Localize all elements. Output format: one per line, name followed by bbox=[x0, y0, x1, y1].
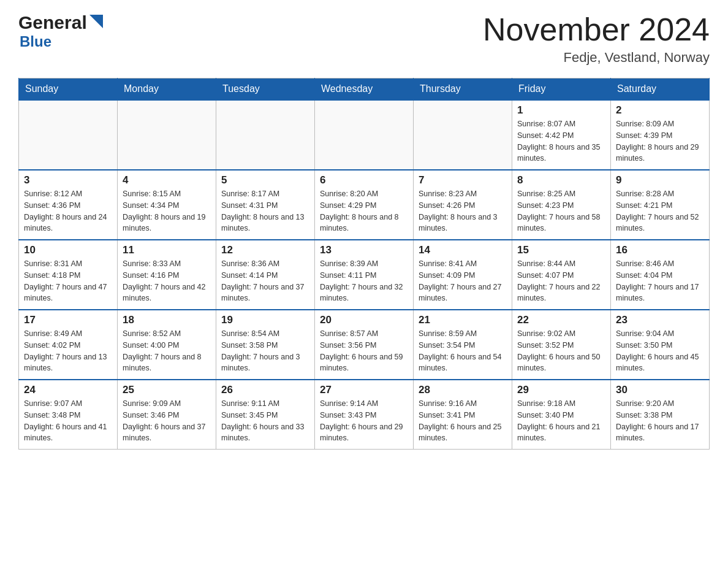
calendar-cell-w1-d4 bbox=[414, 100, 512, 170]
calendar-cell-w5-d3: 27Sunrise: 9:14 AMSunset: 3:43 PMDayligh… bbox=[315, 380, 414, 450]
day-number: 30 bbox=[616, 384, 704, 396]
day-info: Sunrise: 8:52 AMSunset: 4:00 PMDaylight:… bbox=[123, 328, 211, 374]
calendar-week-3: 10Sunrise: 8:31 AMSunset: 4:18 PMDayligh… bbox=[19, 240, 710, 310]
header-monday: Monday bbox=[118, 79, 216, 101]
calendar-cell-w5-d5: 29Sunrise: 9:18 AMSunset: 3:40 PMDayligh… bbox=[512, 380, 611, 450]
day-info: Sunrise: 9:20 AMSunset: 3:38 PMDaylight:… bbox=[616, 398, 704, 444]
day-number: 7 bbox=[419, 174, 507, 186]
logo: General Blue bbox=[18, 12, 103, 50]
day-number: 21 bbox=[419, 314, 507, 326]
day-number: 25 bbox=[123, 384, 211, 396]
header-friday: Friday bbox=[512, 79, 611, 101]
calendar-cell-w5-d4: 28Sunrise: 9:16 AMSunset: 3:41 PMDayligh… bbox=[414, 380, 512, 450]
calendar-cell-w5-d1: 25Sunrise: 9:09 AMSunset: 3:46 PMDayligh… bbox=[118, 380, 216, 450]
day-number: 5 bbox=[221, 174, 309, 186]
day-number: 9 bbox=[616, 174, 704, 186]
day-number: 1 bbox=[517, 104, 605, 117]
calendar-cell-w1-d0 bbox=[19, 100, 118, 170]
day-info: Sunrise: 9:11 AMSunset: 3:45 PMDaylight:… bbox=[221, 398, 309, 444]
day-info: Sunrise: 8:36 AMSunset: 4:14 PMDaylight:… bbox=[221, 258, 309, 304]
day-info: Sunrise: 8:46 AMSunset: 4:04 PMDaylight:… bbox=[616, 258, 704, 304]
day-number: 8 bbox=[517, 174, 605, 186]
day-number: 24 bbox=[24, 384, 112, 396]
day-info: Sunrise: 8:15 AMSunset: 4:34 PMDaylight:… bbox=[123, 188, 211, 234]
calendar-cell-w1-d5: 1Sunrise: 8:07 AMSunset: 4:42 PMDaylight… bbox=[512, 100, 611, 170]
day-info: Sunrise: 8:44 AMSunset: 4:07 PMDaylight:… bbox=[517, 258, 605, 304]
header-saturday: Saturday bbox=[611, 79, 710, 101]
calendar-cell-w2-d5: 8Sunrise: 8:25 AMSunset: 4:23 PMDaylight… bbox=[512, 170, 611, 240]
day-number: 11 bbox=[123, 244, 211, 256]
day-info: Sunrise: 8:23 AMSunset: 4:26 PMDaylight:… bbox=[419, 188, 507, 234]
calendar-cell-w3-d3: 13Sunrise: 8:39 AMSunset: 4:11 PMDayligh… bbox=[315, 240, 414, 310]
day-number: 19 bbox=[221, 314, 309, 326]
calendar-cell-w5-d0: 24Sunrise: 9:07 AMSunset: 3:48 PMDayligh… bbox=[19, 380, 118, 450]
day-number: 2 bbox=[616, 104, 704, 117]
day-number: 27 bbox=[320, 384, 408, 396]
calendar-cell-w3-d4: 14Sunrise: 8:41 AMSunset: 4:09 PMDayligh… bbox=[414, 240, 512, 310]
day-info: Sunrise: 9:18 AMSunset: 3:40 PMDaylight:… bbox=[517, 398, 605, 444]
calendar-header-row: Sunday Monday Tuesday Wednesday Thursday… bbox=[19, 79, 710, 101]
calendar-cell-w5-d2: 26Sunrise: 9:11 AMSunset: 3:45 PMDayligh… bbox=[216, 380, 315, 450]
day-info: Sunrise: 8:59 AMSunset: 3:54 PMDaylight:… bbox=[419, 328, 507, 374]
calendar-cell-w4-d4: 21Sunrise: 8:59 AMSunset: 3:54 PMDayligh… bbox=[414, 310, 512, 380]
calendar-week-4: 17Sunrise: 8:49 AMSunset: 4:02 PMDayligh… bbox=[19, 310, 710, 380]
calendar-cell-w2-d6: 9Sunrise: 8:28 AMSunset: 4:21 PMDaylight… bbox=[611, 170, 710, 240]
day-info: Sunrise: 8:39 AMSunset: 4:11 PMDaylight:… bbox=[320, 258, 408, 304]
day-info: Sunrise: 8:17 AMSunset: 4:31 PMDaylight:… bbox=[221, 188, 309, 234]
calendar-cell-w4-d6: 23Sunrise: 9:04 AMSunset: 3:50 PMDayligh… bbox=[611, 310, 710, 380]
day-info: Sunrise: 8:41 AMSunset: 4:09 PMDaylight:… bbox=[419, 258, 507, 304]
day-info: Sunrise: 8:12 AMSunset: 4:36 PMDaylight:… bbox=[24, 188, 112, 234]
calendar-cell-w2-d3: 6Sunrise: 8:20 AMSunset: 4:29 PMDaylight… bbox=[315, 170, 414, 240]
calendar-cell-w3-d1: 11Sunrise: 8:33 AMSunset: 4:16 PMDayligh… bbox=[118, 240, 216, 310]
location-title: Fedje, Vestland, Norway bbox=[483, 50, 710, 66]
title-area: November 2024 Fedje, Vestland, Norway bbox=[483, 12, 710, 66]
calendar-cell-w4-d2: 19Sunrise: 8:54 AMSunset: 3:58 PMDayligh… bbox=[216, 310, 315, 380]
day-number: 12 bbox=[221, 244, 309, 256]
day-info: Sunrise: 8:09 AMSunset: 4:39 PMDaylight:… bbox=[616, 118, 704, 164]
header-tuesday: Tuesday bbox=[216, 79, 315, 101]
day-info: Sunrise: 8:20 AMSunset: 4:29 PMDaylight:… bbox=[320, 188, 408, 234]
calendar-week-1: 1Sunrise: 8:07 AMSunset: 4:42 PMDaylight… bbox=[19, 100, 710, 170]
calendar-cell-w2-d1: 4Sunrise: 8:15 AMSunset: 4:34 PMDaylight… bbox=[118, 170, 216, 240]
calendar-cell-w3-d2: 12Sunrise: 8:36 AMSunset: 4:14 PMDayligh… bbox=[216, 240, 315, 310]
day-number: 3 bbox=[24, 174, 112, 186]
day-number: 29 bbox=[517, 384, 605, 396]
logo-name-part1: General bbox=[18, 12, 87, 33]
day-info: Sunrise: 9:04 AMSunset: 3:50 PMDaylight:… bbox=[616, 328, 704, 374]
header-wednesday: Wednesday bbox=[315, 79, 414, 101]
calendar-cell-w2-d0: 3Sunrise: 8:12 AMSunset: 4:36 PMDaylight… bbox=[19, 170, 118, 240]
calendar-cell-w1-d1 bbox=[118, 100, 216, 170]
day-number: 20 bbox=[320, 314, 408, 326]
calendar-cell-w2-d4: 7Sunrise: 8:23 AMSunset: 4:26 PMDaylight… bbox=[414, 170, 512, 240]
day-info: Sunrise: 8:25 AMSunset: 4:23 PMDaylight:… bbox=[517, 188, 605, 234]
logo-name-part2: Blue bbox=[20, 33, 51, 50]
calendar-cell-w5-d6: 30Sunrise: 9:20 AMSunset: 3:38 PMDayligh… bbox=[611, 380, 710, 450]
day-info: Sunrise: 9:09 AMSunset: 3:46 PMDaylight:… bbox=[123, 398, 211, 444]
page-header: General Blue November 2024 Fedje, Vestla… bbox=[18, 12, 710, 66]
day-number: 16 bbox=[616, 244, 704, 256]
calendar-cell-w2-d2: 5Sunrise: 8:17 AMSunset: 4:31 PMDaylight… bbox=[216, 170, 315, 240]
day-number: 14 bbox=[419, 244, 507, 256]
day-info: Sunrise: 8:54 AMSunset: 3:58 PMDaylight:… bbox=[221, 328, 309, 374]
day-number: 13 bbox=[320, 244, 408, 256]
day-info: Sunrise: 9:16 AMSunset: 3:41 PMDaylight:… bbox=[419, 398, 507, 444]
calendar-week-5: 24Sunrise: 9:07 AMSunset: 3:48 PMDayligh… bbox=[19, 380, 710, 450]
calendar-cell-w4-d1: 18Sunrise: 8:52 AMSunset: 4:00 PMDayligh… bbox=[118, 310, 216, 380]
day-number: 28 bbox=[419, 384, 507, 396]
day-number: 10 bbox=[24, 244, 112, 256]
header-thursday: Thursday bbox=[414, 79, 512, 101]
calendar-cell-w4-d5: 22Sunrise: 9:02 AMSunset: 3:52 PMDayligh… bbox=[512, 310, 611, 380]
calendar-table: Sunday Monday Tuesday Wednesday Thursday… bbox=[18, 78, 710, 450]
day-info: Sunrise: 8:33 AMSunset: 4:16 PMDaylight:… bbox=[123, 258, 211, 304]
day-info: Sunrise: 8:49 AMSunset: 4:02 PMDaylight:… bbox=[24, 328, 112, 374]
svg-marker-0 bbox=[89, 15, 103, 28]
calendar-cell-w4-d0: 17Sunrise: 8:49 AMSunset: 4:02 PMDayligh… bbox=[19, 310, 118, 380]
day-number: 15 bbox=[517, 244, 605, 256]
day-info: Sunrise: 8:28 AMSunset: 4:21 PMDaylight:… bbox=[616, 188, 704, 234]
day-number: 26 bbox=[221, 384, 309, 396]
day-info: Sunrise: 9:07 AMSunset: 3:48 PMDaylight:… bbox=[24, 398, 112, 444]
day-number: 4 bbox=[123, 174, 211, 186]
calendar-cell-w3-d5: 15Sunrise: 8:44 AMSunset: 4:07 PMDayligh… bbox=[512, 240, 611, 310]
day-number: 17 bbox=[24, 314, 112, 326]
header-sunday: Sunday bbox=[19, 79, 118, 101]
